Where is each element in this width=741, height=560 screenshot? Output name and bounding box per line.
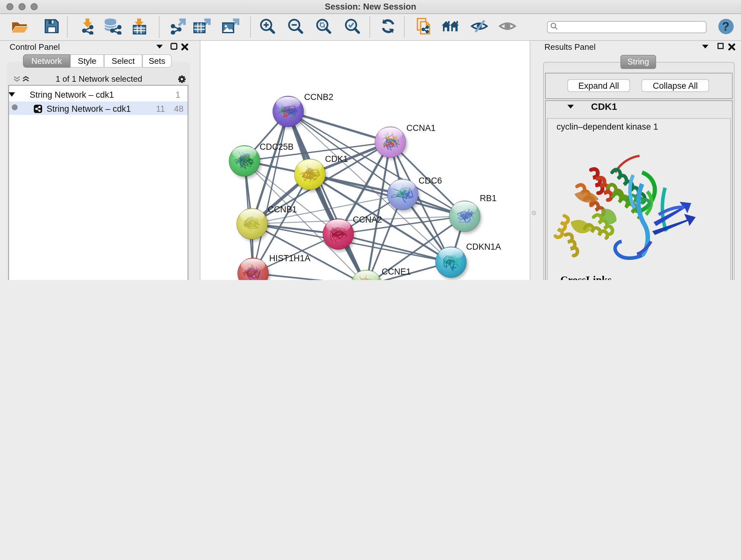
svg-text:CCNA1: CCNA1 xyxy=(406,123,435,133)
svg-text:CDK1: CDK1 xyxy=(325,154,348,164)
svg-text:?: ? xyxy=(722,20,729,33)
svg-text:HIST1H1A: HIST1H1A xyxy=(269,253,310,263)
svg-text:CDC25B: CDC25B xyxy=(259,142,293,152)
svg-text:CCNE1: CCNE1 xyxy=(382,267,411,276)
svg-text:CCNB2: CCNB2 xyxy=(304,92,333,102)
svg-text:CCNB1: CCNB1 xyxy=(268,205,297,214)
svg-text:RB1: RB1 xyxy=(480,193,497,203)
svg-text:CDC6: CDC6 xyxy=(418,176,442,186)
svg-text:CCNA2: CCNA2 xyxy=(353,215,382,225)
svg-text:CDKN1A: CDKN1A xyxy=(466,242,501,252)
